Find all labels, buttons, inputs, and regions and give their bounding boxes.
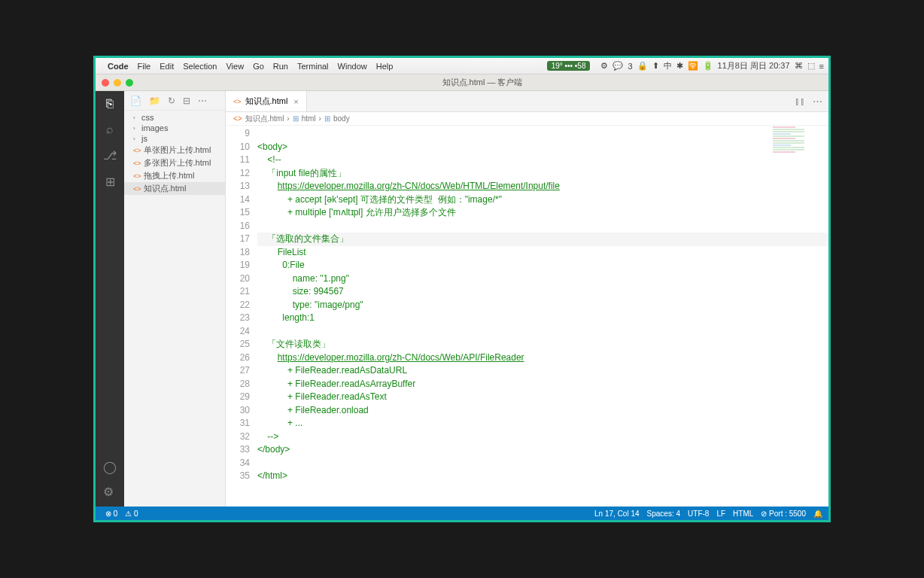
tray-icon[interactable]: 🔒 bbox=[637, 61, 648, 71]
menu-edit[interactable]: Edit bbox=[160, 62, 174, 71]
status-warnings[interactable]: ⚠ 0 bbox=[121, 510, 141, 518]
close-tab-icon[interactable]: × bbox=[293, 97, 298, 106]
tab-label: 知识点.html bbox=[245, 96, 288, 107]
file-item[interactable]: <>拖拽上传.html bbox=[124, 169, 225, 182]
html-file-icon: <> bbox=[233, 98, 242, 105]
traffic-lights bbox=[102, 79, 133, 87]
element-icon: ⊞ bbox=[324, 114, 330, 123]
file-item[interactable]: <>单张图片上传.html bbox=[124, 144, 225, 157]
file-item-selected[interactable]: <>知识点.html bbox=[124, 182, 225, 195]
extensions-icon[interactable]: ⊞ bbox=[105, 175, 115, 189]
battery-icon[interactable]: 🔋 bbox=[703, 61, 713, 71]
more-icon[interactable]: ⋯ bbox=[198, 96, 207, 106]
file-item[interactable]: <>多张图片上传.html bbox=[124, 157, 225, 169]
live-server-port[interactable]: ⊘ Port : 5500 bbox=[761, 510, 806, 518]
control-center-icon[interactable]: ⬚ bbox=[807, 61, 815, 71]
folder-item[interactable]: ›js bbox=[124, 133, 225, 144]
weather-pill[interactable]: 19° ••• •58 bbox=[547, 61, 591, 71]
account-icon[interactable]: ◯ bbox=[103, 460, 117, 474]
app-name[interactable]: Code bbox=[108, 62, 129, 71]
tray-icon[interactable]: 💬 bbox=[612, 61, 623, 71]
language-mode[interactable]: HTML bbox=[733, 510, 753, 518]
source-control-icon[interactable]: ⎇ bbox=[103, 148, 117, 163]
activity-bar: ⎘ ⌕ ⎇ ⊞ ◯ ⚙ bbox=[96, 91, 124, 507]
menu-window[interactable]: Window bbox=[338, 62, 367, 71]
eol[interactable]: LF bbox=[716, 510, 725, 518]
status-bar: ⊗ 0 ⚠ 0 Ln 17, Col 14 Spaces: 4 UTF-8 LF… bbox=[96, 507, 828, 520]
editor-tab-active[interactable]: <> 知识点.html × bbox=[226, 91, 307, 111]
wifi-icon[interactable]: 🛜 bbox=[688, 61, 698, 71]
folder-item[interactable]: ›images bbox=[124, 123, 225, 133]
notifications-icon[interactable]: 🔔 bbox=[813, 510, 822, 518]
editor-tabs: <> 知识点.html × ⫿⫿ ⋯ bbox=[226, 91, 828, 112]
bluetooth-icon[interactable]: ✱ bbox=[676, 61, 683, 71]
cursor-position[interactable]: Ln 17, Col 14 bbox=[594, 510, 640, 518]
clock[interactable]: 11月8日 周日 20:37 bbox=[718, 60, 790, 71]
menu-selection[interactable]: Selection bbox=[183, 62, 217, 71]
siri-icon[interactable]: ≡ bbox=[819, 62, 824, 71]
indentation[interactable]: Spaces: 4 bbox=[647, 510, 680, 518]
new-folder-icon[interactable]: 📁 bbox=[149, 96, 160, 106]
menu-run[interactable]: Run bbox=[273, 62, 288, 71]
input-method-icon[interactable]: 中 bbox=[664, 60, 672, 71]
collapse-icon[interactable]: ⊟ bbox=[183, 96, 190, 106]
macos-menubar: Code File Edit Selection View Go Run Ter… bbox=[96, 58, 828, 75]
vscode-window: Code File Edit Selection View Go Run Ter… bbox=[93, 56, 831, 522]
menu-help[interactable]: Help bbox=[376, 62, 394, 71]
menu-go[interactable]: Go bbox=[253, 62, 264, 71]
tray-icon[interactable]: ⬆ bbox=[652, 61, 659, 71]
window-title: 知识点.html — 客户端 bbox=[142, 77, 822, 88]
tray-icon[interactable]: ⚙ bbox=[600, 61, 608, 71]
folder-item[interactable]: ›css bbox=[124, 112, 225, 123]
new-file-icon[interactable]: 📄 bbox=[130, 96, 141, 106]
code-editor[interactable]: 9101112131415161718192021222324252627282… bbox=[226, 126, 828, 507]
close-window-icon[interactable] bbox=[102, 79, 109, 87]
element-icon: ⊞ bbox=[293, 114, 299, 123]
status-errors[interactable]: ⊗ 0 bbox=[102, 510, 121, 518]
minimize-window-icon[interactable] bbox=[114, 79, 121, 87]
html-file-icon: <> bbox=[233, 114, 242, 123]
explorer-sidebar: 📄 📁 ↻ ⊟ ⋯ ›css ›images ›js <>单张图片上传.html… bbox=[124, 91, 226, 507]
main-area: ⎘ ⌕ ⎇ ⊞ ◯ ⚙ 📄 📁 ↻ ⊟ ⋯ ›css ›images ›js <… bbox=[96, 91, 828, 507]
more-actions-icon[interactable]: ⋯ bbox=[813, 96, 822, 107]
file-tree: ›css ›images ›js <>单张图片上传.html <>多张图片上传.… bbox=[124, 111, 225, 196]
split-editor-icon[interactable]: ⫿⫿ bbox=[795, 96, 805, 107]
spotlight-icon[interactable]: ⌘ bbox=[795, 61, 803, 71]
breadcrumb[interactable]: <> 知识点.html › ⊞ html › ⊞ body bbox=[226, 112, 828, 126]
menu-view[interactable]: View bbox=[226, 62, 244, 71]
maximize-window-icon[interactable] bbox=[126, 79, 133, 87]
line-numbers: 9101112131415161718192021222324252627282… bbox=[226, 126, 257, 507]
window-titlebar: 知识点.html — 客户端 bbox=[96, 75, 828, 91]
refresh-icon[interactable]: ↻ bbox=[168, 96, 175, 106]
menu-terminal[interactable]: Terminal bbox=[297, 62, 329, 71]
code-content[interactable]: <body> <!-- 「input file的属性」 https://deve… bbox=[257, 126, 828, 507]
encoding[interactable]: UTF-8 bbox=[688, 510, 709, 518]
search-icon[interactable]: ⌕ bbox=[106, 123, 114, 136]
editor-area: <> 知识点.html × ⫿⫿ ⋯ <> 知识点.html › ⊞ html … bbox=[226, 91, 828, 507]
explorer-icon[interactable]: ⎘ bbox=[106, 97, 114, 111]
settings-gear-icon[interactable]: ⚙ bbox=[103, 485, 117, 499]
menu-file[interactable]: File bbox=[138, 62, 151, 71]
tray-badge[interactable]: 3 bbox=[628, 62, 632, 71]
explorer-toolbar: 📄 📁 ↻ ⊟ ⋯ bbox=[124, 91, 225, 111]
